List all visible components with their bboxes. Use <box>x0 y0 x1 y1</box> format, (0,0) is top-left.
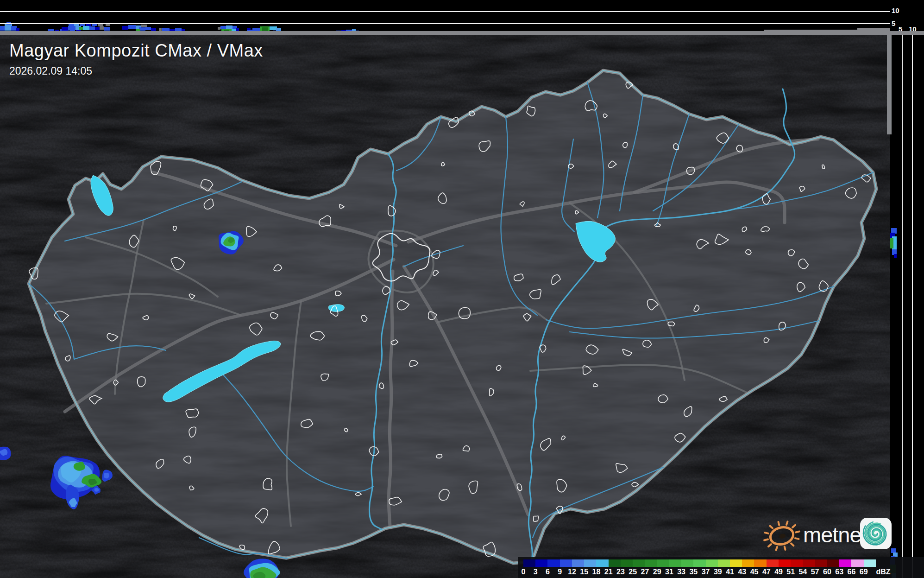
legend-swatch <box>864 559 876 567</box>
legend-swatch <box>657 559 669 567</box>
legend-swatch <box>827 559 839 567</box>
legend-swatch <box>669 559 681 567</box>
legend-swatch <box>633 559 645 567</box>
legend-colorbar <box>523 559 876 567</box>
legend-swatch <box>767 559 779 567</box>
legend-tick-label: 45 <box>750 568 759 576</box>
legend-swatch <box>596 559 608 567</box>
radar-viewport: 10 5 5 10 Magyar Kompozit CMax / VMax 20… <box>0 0 924 578</box>
legend-swatch <box>645 559 657 567</box>
legend-tick-label: 43 <box>738 568 746 576</box>
legend-swatch <box>535 559 547 567</box>
legend-tick-label: 31 <box>665 568 673 576</box>
top-panel-5km-line <box>0 23 890 24</box>
legend-tick-label: 33 <box>677 568 685 576</box>
legend-tick-label: 23 <box>616 568 625 576</box>
legend-tick-label: 21 <box>604 568 613 576</box>
vmax-top-echoes <box>0 0 890 35</box>
sun-icon <box>763 516 802 555</box>
spiral-app-icon <box>860 517 892 550</box>
legend-tick-label: 3 <box>534 568 538 576</box>
legend-tick-label: 66 <box>848 568 856 576</box>
panel-divider-chunk <box>857 28 890 35</box>
metnet-logo: metnet <box>763 515 893 558</box>
legend-swatch <box>681 559 693 567</box>
legend-swatch <box>742 559 754 567</box>
legend-tick-label: 49 <box>774 568 783 576</box>
legend-tick-label: 29 <box>653 568 661 576</box>
legend-tick-label: 69 <box>860 568 868 576</box>
legend-swatch <box>560 559 572 567</box>
page-title: Magyar Kompozit CMax / VMax <box>9 41 263 61</box>
legend-tick-label: 18 <box>592 568 601 576</box>
legend-tick-label: 0 <box>522 568 526 576</box>
legend-swatch <box>791 559 803 567</box>
dbz-legend: 0369121518212325272931333537394143454749… <box>518 557 924 578</box>
legend-tick-label: 41 <box>726 568 734 576</box>
title-block: Magyar Kompozit CMax / VMax 2026.02.09 1… <box>9 41 263 77</box>
legend-tick-label: 6 <box>546 568 550 576</box>
legend-tick-label: 51 <box>786 568 795 576</box>
legend-tick-label: 27 <box>641 568 649 576</box>
legend-swatch <box>584 559 596 567</box>
timestamp: 2026.02.09 14:05 <box>9 65 263 77</box>
top-panel-10km-line <box>0 11 890 12</box>
legend-tick-label: 60 <box>823 568 831 576</box>
legend-swatch <box>718 559 730 567</box>
legend-swatch <box>839 559 851 567</box>
legend-swatch <box>693 559 705 567</box>
legend-swatch <box>609 559 621 567</box>
vmax-right-panel: 10 5 5 10 <box>890 0 924 578</box>
legend-swatch <box>754 559 766 567</box>
legend-swatch <box>803 559 815 567</box>
legend-swatch <box>621 559 633 567</box>
legend-tick-label: 25 <box>629 568 637 576</box>
legend-tick-label: 57 <box>811 568 819 576</box>
legend-tick-label: 47 <box>762 568 771 576</box>
legend-tick-label: 35 <box>689 568 698 576</box>
legend-swatch <box>572 559 584 567</box>
map-edge-bar <box>887 35 892 134</box>
legend-unit-label: dBZ <box>876 568 890 576</box>
legend-tick-label: 15 <box>580 568 588 576</box>
legend-swatch <box>815 559 827 567</box>
legend-tick-label: 9 <box>558 568 562 576</box>
legend-swatch <box>851 559 863 567</box>
logo-text: metnet <box>803 522 867 547</box>
radar-map <box>0 35 890 578</box>
legend-swatch <box>547 559 559 567</box>
legend-swatch <box>730 559 742 567</box>
vmax-top-panel <box>0 0 890 35</box>
vmax-right-echoes <box>890 0 924 578</box>
legend-tick-label: 63 <box>835 568 843 576</box>
legend-swatch <box>706 559 718 567</box>
legend-tick-label: 37 <box>702 568 710 576</box>
legend-tick-label: 12 <box>568 568 576 576</box>
legend-tick-label: 39 <box>714 568 722 576</box>
legend-tick-label: 54 <box>799 568 807 576</box>
panel-divider-chunk <box>764 30 857 35</box>
legend-swatch <box>523 559 535 567</box>
legend-swatch <box>779 559 791 567</box>
